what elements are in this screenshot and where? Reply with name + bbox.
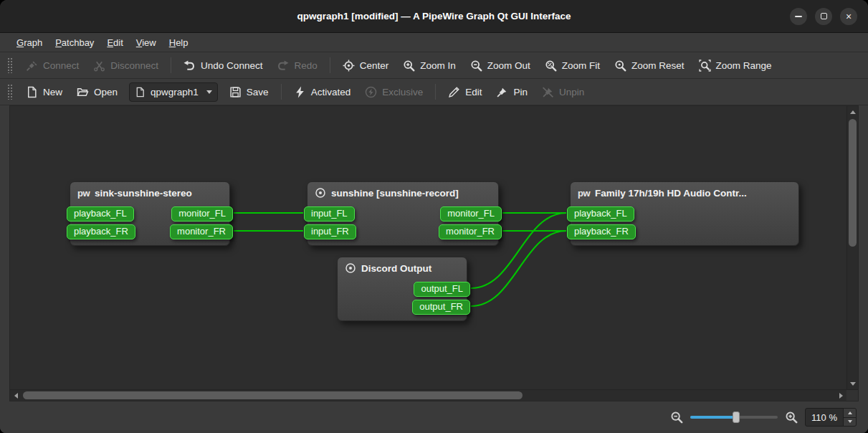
zoom-in-label: Zoom In <box>420 60 456 71</box>
activated-label: Activated <box>311 87 351 97</box>
port-output[interactable]: monitor_FL <box>171 206 233 222</box>
zoom-out-icon[interactable] <box>670 411 683 424</box>
node-title: Discord Output <box>361 263 431 274</box>
scroll-up-button[interactable] <box>847 106 859 118</box>
scrollbar-corner <box>846 389 858 401</box>
slider-handle[interactable] <box>733 411 740 423</box>
spin-up-button[interactable] <box>844 409 856 417</box>
connect-button[interactable]: Connect <box>19 55 85 75</box>
edit-label: Edit <box>465 87 482 97</box>
zoom-in-icon[interactable] <box>785 411 798 424</box>
toolbar-separator <box>281 84 282 100</box>
port-input[interactable]: playback_FR <box>567 224 636 239</box>
pipewire-icon: pw <box>77 188 90 199</box>
spin-down-button[interactable] <box>844 417 856 427</box>
edit-button[interactable]: Edit <box>442 82 488 102</box>
save-button[interactable]: Save <box>223 82 275 102</box>
redo-button[interactable]: Redo <box>270 55 323 75</box>
spin-up-icon <box>848 411 852 414</box>
scroll-down-button[interactable] <box>847 378 859 389</box>
spin-down-icon <box>848 420 852 423</box>
unpin-icon <box>542 86 554 98</box>
menu-patchbay[interactable]: Patchbay <box>49 34 100 51</box>
port-output[interactable]: output_FL <box>414 282 470 297</box>
zoom-out-label: Zoom Out <box>487 60 530 71</box>
central-area: pw sink-sunshine-stereo playback_FL moni… <box>0 105 868 401</box>
titlebar[interactable]: qpwgraph1 [modified] — A PipeWire Graph … <box>0 0 868 33</box>
connections-layer <box>10 106 846 389</box>
toolbar-grip[interactable] <box>7 57 12 73</box>
new-file-icon <box>26 86 38 98</box>
port-output[interactable]: monitor_FL <box>440 206 502 222</box>
open-button[interactable]: Open <box>70 82 124 102</box>
maximize-button[interactable] <box>815 8 832 25</box>
zoom-fit-button[interactable]: Zoom Fit <box>538 55 606 75</box>
node-discord-output[interactable]: Discord Output output_FL output_FR <box>337 257 467 321</box>
port-input[interactable]: playback_FL <box>67 206 134 222</box>
session-combobox[interactable]: qpwgraph1 <box>129 82 218 102</box>
zoom-value[interactable]: 110 % <box>806 409 843 426</box>
activated-lightning-icon <box>294 86 306 98</box>
zoom-reset-label: Zoom Reset <box>631 60 685 71</box>
spinbox-arrows <box>843 409 856 426</box>
horizontal-scrollbar[interactable] <box>10 389 846 401</box>
new-button[interactable]: New <box>19 82 69 102</box>
zoom-out-button[interactable]: Zoom Out <box>464 55 537 75</box>
disconnect-icon <box>93 60 105 72</box>
unpin-button[interactable]: Unpin <box>535 82 591 102</box>
zoom-spinbox[interactable]: 110 % <box>805 408 857 427</box>
menu-help[interactable]: Help <box>163 34 195 51</box>
pin-button[interactable]: Pin <box>490 82 534 102</box>
zoom-slider[interactable] <box>690 411 778 424</box>
port-input[interactable]: input_FR <box>304 224 356 239</box>
connect-icon <box>26 60 38 72</box>
menu-view[interactable]: View <box>130 34 163 51</box>
toolbar-separator <box>171 57 171 73</box>
zoom-in-button[interactable]: Zoom In <box>396 55 462 75</box>
toolbar-separator <box>435 84 436 100</box>
combobox-dropdown-icon <box>206 90 212 94</box>
menu-graph[interactable]: Graph <box>10 34 49 51</box>
port-output[interactable]: monitor_FR <box>170 224 233 239</box>
exclusive-label: Exclusive <box>382 87 423 97</box>
edit-pencil-icon <box>448 86 460 98</box>
pin-label: Pin <box>513 87 528 97</box>
arrow-down-icon <box>850 382 856 386</box>
activated-button[interactable]: Activated <box>287 82 358 102</box>
toolbar-edit: Connect Disconnect Undo Connect <box>0 52 868 79</box>
horizontal-scrollbar-thumb[interactable] <box>23 391 523 399</box>
open-label: Open <box>94 87 118 97</box>
center-button[interactable]: Center <box>336 55 396 75</box>
node-sunshine[interactable]: sunshine [sunshine-record] input_FL moni… <box>307 181 499 246</box>
port-output[interactable]: monitor_FR <box>439 224 502 239</box>
scroll-right-button[interactable] <box>835 390 846 401</box>
zoom-out-icon <box>470 60 482 72</box>
minimize-icon <box>795 16 802 17</box>
slider-fill <box>690 416 735 419</box>
minimize-button[interactable] <box>790 8 807 25</box>
close-button[interactable]: × <box>840 8 857 25</box>
menubar: Graph Patchbay Edit View Help <box>0 33 868 52</box>
undo-connect-button[interactable]: Undo Connect <box>177 55 269 75</box>
exclusive-button[interactable]: Exclusive <box>358 82 429 102</box>
port-input[interactable]: playback_FR <box>67 224 135 239</box>
zoom-fit-icon <box>545 60 557 72</box>
port-input[interactable]: input_FL <box>304 206 355 222</box>
toolbar-grip[interactable] <box>7 84 12 100</box>
menu-edit[interactable]: Edit <box>100 34 129 51</box>
node-header: sunshine [sunshine-record] <box>307 182 498 204</box>
vertical-scrollbar-thumb[interactable] <box>849 119 857 247</box>
zoom-range-button[interactable]: Zoom Range <box>692 55 778 75</box>
node-family-hd-audio[interactable]: pw Family 17h/19h HD Audio Contr... play… <box>570 181 799 246</box>
save-icon <box>229 86 242 98</box>
vertical-scrollbar[interactable] <box>846 106 858 389</box>
port-output[interactable]: output_FR <box>412 300 470 315</box>
disconnect-button[interactable]: Disconnect <box>87 55 165 75</box>
zoom-reset-button[interactable]: Zoom Reset <box>608 55 691 75</box>
undo-icon <box>183 60 196 72</box>
graph-canvas[interactable]: pw sink-sunshine-stereo playback_FL moni… <box>10 106 846 389</box>
node-sink-sunshine-stereo[interactable]: pw sink-sunshine-stereo playback_FL moni… <box>70 181 230 246</box>
scroll-left-button[interactable] <box>10 390 22 401</box>
arrow-up-icon <box>850 110 856 114</box>
port-input[interactable]: playback_FL <box>567 206 634 222</box>
